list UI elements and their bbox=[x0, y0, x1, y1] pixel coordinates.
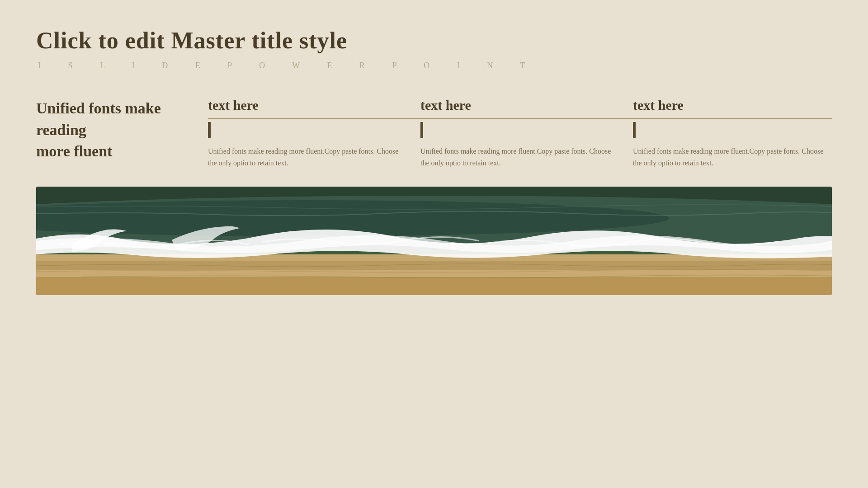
beach-image-section bbox=[36, 187, 832, 295]
subtitle-letters: I S L I D E P O W E R P O I N T bbox=[36, 61, 832, 70]
column-3-body[interactable]: Unified fonts make reading more fluent.C… bbox=[633, 145, 832, 169]
column-1-divider bbox=[208, 122, 211, 138]
column-1-title[interactable]: text here bbox=[208, 98, 407, 113]
left-heading-text[interactable]: Unified fonts make readingmore fluent bbox=[36, 98, 190, 162]
content-section: Unified fonts make readingmore fluent te… bbox=[36, 98, 832, 169]
column-2-body[interactable]: Unified fonts make reading more fluent.C… bbox=[420, 145, 619, 169]
column-1-body[interactable]: Unified fonts make reading more fluent.C… bbox=[208, 145, 407, 169]
column-2: text here Unified fonts make reading mor… bbox=[420, 98, 633, 169]
column-2-title[interactable]: text here bbox=[420, 98, 619, 113]
main-title[interactable]: Click to edit Master title style bbox=[36, 27, 832, 54]
beach-image bbox=[36, 187, 832, 295]
title-section: Click to edit Master title style I S L I… bbox=[36, 27, 832, 70]
column-3-title[interactable]: text here bbox=[633, 98, 832, 113]
left-heading: Unified fonts make readingmore fluent bbox=[36, 98, 208, 162]
svg-rect-7 bbox=[36, 277, 832, 295]
slide: Click to edit Master title style I S L I… bbox=[0, 0, 868, 488]
column-2-divider bbox=[420, 122, 423, 138]
column-1: text here Unified fonts make reading mor… bbox=[208, 98, 420, 169]
column-3: text here Unified fonts make reading mor… bbox=[633, 98, 832, 169]
column-3-divider bbox=[633, 122, 636, 138]
columns-wrapper: text here Unified fonts make reading mor… bbox=[208, 98, 832, 169]
